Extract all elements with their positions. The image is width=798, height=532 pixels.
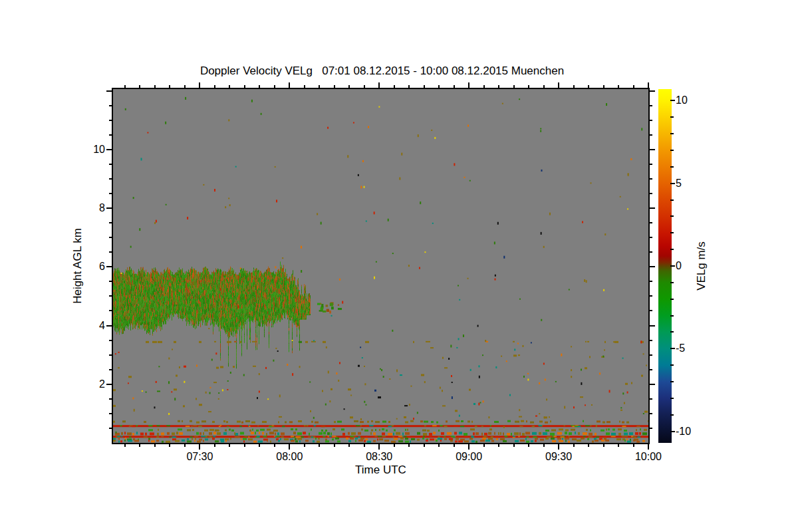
- y-minor-tick-right: [650, 310, 652, 311]
- colorbar-minor-tick: [670, 133, 674, 134]
- x-minor-tick-top: [424, 85, 425, 88]
- x-minor-tick-top: [184, 85, 186, 88]
- x-minor-tick: [169, 444, 170, 447]
- x-minor-tick: [603, 444, 604, 447]
- y-minor-tick: [109, 120, 112, 121]
- x-minor-tick-top: [139, 85, 140, 88]
- y-minor-tick: [109, 251, 112, 253]
- colorbar-major-tick: [670, 431, 675, 432]
- y-minor-tick: [109, 398, 112, 400]
- colorbar-tick-label: 10: [676, 94, 702, 106]
- y-minor-tick-right: [650, 354, 652, 356]
- y-major-tick: [106, 90, 112, 92]
- x-minor-tick: [184, 444, 186, 447]
- colorbar-minor-tick: [670, 315, 674, 317]
- x-minor-tick-top: [543, 85, 545, 88]
- colorbar-minor-tick: [670, 282, 674, 283]
- y-major-tick-right: [650, 90, 655, 92]
- x-minor-tick: [154, 444, 156, 447]
- y-major-tick-right: [650, 384, 655, 385]
- x-major-tick-top: [199, 82, 200, 88]
- y-minor-tick-right: [650, 428, 652, 429]
- x-minor-tick-top: [588, 85, 589, 88]
- y-minor-tick-right: [650, 120, 652, 121]
- x-tick-label: 08:30: [356, 451, 402, 463]
- x-minor-tick-top: [319, 85, 320, 88]
- y-minor-tick-right: [650, 222, 652, 223]
- colorbar-minor-tick: [670, 414, 674, 416]
- x-minor-tick: [304, 444, 305, 447]
- y-tick-label: 6: [59, 261, 105, 273]
- x-minor-tick: [364, 444, 365, 447]
- y-major-tick: [106, 266, 112, 267]
- colorbar-major-tick: [670, 348, 675, 349]
- x-major-tick-top: [378, 82, 380, 88]
- colorbar-minor-tick: [670, 364, 674, 366]
- y-tick-label: 4: [59, 320, 105, 332]
- y-minor-tick: [109, 295, 112, 297]
- y-minor-tick: [109, 178, 112, 180]
- x-minor-tick-top: [169, 85, 170, 88]
- y-major-tick: [106, 207, 112, 209]
- colorbar-tick-label: 0: [676, 260, 702, 272]
- y-minor-tick: [109, 340, 112, 341]
- x-minor-tick: [424, 444, 425, 447]
- y-minor-tick: [109, 164, 112, 165]
- x-minor-tick: [483, 444, 485, 447]
- x-minor-tick: [334, 444, 335, 447]
- y-minor-tick-right: [650, 281, 652, 282]
- y-minor-tick-right: [650, 178, 652, 180]
- y-minor-tick-right: [650, 398, 652, 400]
- x-minor-tick: [139, 444, 140, 447]
- colorbar: [658, 89, 672, 443]
- x-minor-tick-top: [214, 85, 215, 88]
- x-minor-tick-top: [334, 85, 335, 88]
- colorbar-minor-tick: [670, 166, 674, 168]
- x-minor-tick-top: [124, 85, 126, 88]
- x-minor-tick-top: [483, 85, 485, 88]
- x-minor-tick-top: [513, 85, 515, 88]
- doppler-velocity-figure: Doppler Velocity VELg 07:01 08.12.2015 -…: [0, 0, 798, 532]
- heatmap-canvas: [113, 89, 648, 443]
- y-tick-label: 2: [59, 378, 105, 390]
- y-minor-tick-right: [650, 369, 652, 370]
- x-tick-label: 09:00: [446, 451, 492, 463]
- y-minor-tick-right: [650, 340, 652, 341]
- x-minor-tick: [259, 444, 260, 447]
- y-minor-tick: [109, 281, 112, 282]
- x-major-tick: [558, 444, 559, 450]
- y-minor-tick-right: [650, 105, 652, 106]
- y-minor-tick: [109, 428, 112, 429]
- x-minor-tick-top: [274, 85, 275, 88]
- x-minor-tick: [124, 444, 126, 447]
- x-minor-tick: [454, 444, 455, 447]
- y-minor-tick: [109, 193, 112, 194]
- colorbar-minor-tick: [670, 331, 674, 332]
- colorbar-minor-tick: [670, 398, 674, 399]
- x-major-tick: [199, 444, 200, 450]
- x-minor-tick: [229, 444, 230, 447]
- x-minor-tick-top: [454, 85, 455, 88]
- x-minor-tick: [543, 444, 545, 447]
- y-major-tick: [106, 325, 112, 327]
- y-major-tick-right: [650, 149, 655, 150]
- x-minor-tick: [274, 444, 275, 447]
- y-major-tick-right: [650, 207, 655, 209]
- x-minor-tick: [214, 444, 215, 447]
- x-minor-tick-top: [618, 85, 619, 88]
- colorbar-tick-label: -10: [676, 426, 702, 438]
- x-minor-tick-top: [498, 85, 499, 88]
- x-minor-tick: [348, 444, 350, 447]
- x-major-tick-top: [468, 82, 469, 88]
- x-minor-tick-top: [154, 85, 156, 88]
- plot-frame: [112, 88, 650, 444]
- colorbar-tick-label: -5: [676, 342, 702, 354]
- x-minor-tick: [244, 444, 245, 447]
- x-minor-tick-top: [244, 85, 245, 88]
- colorbar-minor-tick: [670, 381, 674, 382]
- y-minor-tick: [109, 134, 112, 136]
- x-minor-tick-top: [259, 85, 260, 88]
- x-minor-tick: [633, 444, 634, 447]
- x-tick-label: 07:30: [176, 451, 223, 463]
- x-minor-tick: [438, 444, 440, 447]
